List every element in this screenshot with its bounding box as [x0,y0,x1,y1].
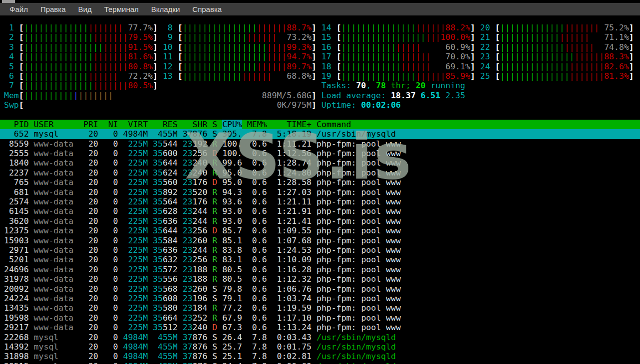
process-row[interactable]: 5201 www-data 20 0 225M 35632 23256 R 83… [0,255,640,264]
process-row[interactable]: 20092 www-data 20 0 225M 35568 23260 S 7… [0,284,640,294]
process-row[interactable]: 24696 www-data 20 0 225M 35572 23188 R 8… [0,265,640,274]
column-header-CPU%[interactable]: CPU% [222,120,242,129]
process-row[interactable]: 29515 mysql 20 0 4984M 455M 37876 S 24.4… [0,362,640,364]
column-header-RES[interactable]: RES [153,120,178,129]
meter-row: Swp[ 0K/975M] Uptime: 00:02:06 [0,100,640,110]
menu-tabs[interactable]: Вкладки [147,4,185,14]
process-row[interactable]: 2971 www-data 20 0 225M 35636 23244 R 83… [0,245,640,255]
process-row[interactable]: 765 www-data 20 0 225M 35560 23176 D 95.… [0,178,640,187]
column-header-Command[interactable]: Command [317,120,351,129]
column-header-MEM%[interactable]: MEM% [247,120,267,129]
menu-edit[interactable]: Правка [36,4,70,14]
column-header-PRI[interactable]: PRI [83,120,98,129]
column-header-PID[interactable]: PID [4,120,29,129]
process-row[interactable]: 24224 www-data 20 0 225M 35608 23196 S 7… [0,294,640,303]
process-row[interactable]: 3620 www-data 20 0 225M 35636 23244 R 93… [0,216,640,226]
process-row[interactable]: 1840 www-data 20 0 225M 35644 23240 R 99… [0,158,640,168]
process-row[interactable]: 15903 www-data 20 0 225M 35584 23260 R 8… [0,236,640,245]
process-row[interactable]: 8559 www-data 20 0 225M 35544 23192 R 10… [0,139,640,149]
process-row[interactable]: 22268 mysql 20 0 4984M 455M 37876 S 26.4… [0,333,640,342]
meter-row: Mem[|||||||||||||||||| 889M/5.68G] Load … [0,91,640,100]
meter-row: 7 [|||||||||||||||||||||80.5%] Tasks: 70… [0,81,640,90]
process-row[interactable]: 14392 mysql 20 0 4984M 455M 37876 S 25.7… [0,342,640,352]
meter-row: 4 [|||||||||||||||||||||81.6%] 11 [|||||… [0,52,640,61]
process-row[interactable]: 2574 www-data 20 0 225M 35564 23176 R 93… [0,197,640,206]
column-header-NI[interactable]: NI [103,120,118,129]
meter-row: 2 [|||||||||||||||||||||79.5%] 9 [||||||… [0,32,640,42]
process-row-selected[interactable]: 652 mysql 20 0 4984M 455M 37876 S 305. 7… [0,129,640,139]
process-row[interactable]: 2555 www-data 20 0 225M 35600 23256 D 10… [0,149,640,158]
column-header-SHR[interactable]: SHR [183,120,208,129]
menu-file[interactable]: Файл [5,4,32,14]
process-row[interactable]: 12375 www-data 20 0 225M 35644 23256 D 8… [0,226,640,235]
htop-output: 1 [|||||||||||||||||||| 77.7%] 8 [||||||… [0,23,640,364]
process-row[interactable]: 6145 www-data 20 0 225M 35628 23244 R 93… [0,206,640,216]
menu-view[interactable]: Вид [74,4,96,14]
process-row[interactable]: 31898 mysql 20 0 4984M 455M 37876 S 25.1… [0,352,640,361]
process-row[interactable]: 681 www-data 20 0 225M 35892 23520 R 94.… [0,187,640,197]
process-row[interactable]: 31978 www-data 20 0 225M 35556 23188 R 8… [0,274,640,284]
column-header-TIME+[interactable]: TIME+ [272,120,312,129]
menubar: ФайлПравкаВидТерминалВкладкиСправка [0,3,640,15]
meter-row: 5 [|||||||||||||||||||||80.8%] 12 [|||||… [0,62,640,71]
process-row[interactable]: 2237 www-data 20 0 225M 35624 23240 R 95… [0,168,640,178]
table-header: PID USER PRI NI VIRT RES SHR S CPU% MEM%… [0,120,640,129]
meter-row: 1 [|||||||||||||||||||| 77.7%] 8 [||||||… [0,23,640,32]
column-header-VIRT[interactable]: VIRT [123,120,148,129]
menu-terminal[interactable]: Терминал [100,4,143,14]
process-row[interactable]: 29217 www-data 20 0 225M 35512 23240 D 6… [0,323,640,332]
blank-line [0,110,640,120]
column-header-S[interactable]: S [212,120,217,129]
meter-row: 6 [||||||||||||||||||| 72.2%] 13 [||||||… [0,71,640,81]
column-header-USER[interactable]: USER [34,120,78,129]
process-row[interactable]: 19598 www-data 20 0 225M 35664 23252 R 6… [0,313,640,323]
process-row[interactable]: 13435 www-data 20 0 225M 35580 23184 R 7… [0,303,640,313]
cpu-meters: 1 [|||||||||||||||||||| 77.7%] 8 [||||||… [0,23,640,110]
menu-help[interactable]: Справка [188,4,226,14]
process-table: PID USER PRI NI VIRT RES SHR S CPU% MEM%… [0,120,640,364]
meter-row: 3 [|||||||||||||||||||||91.5%] 10 [|||||… [0,42,640,52]
